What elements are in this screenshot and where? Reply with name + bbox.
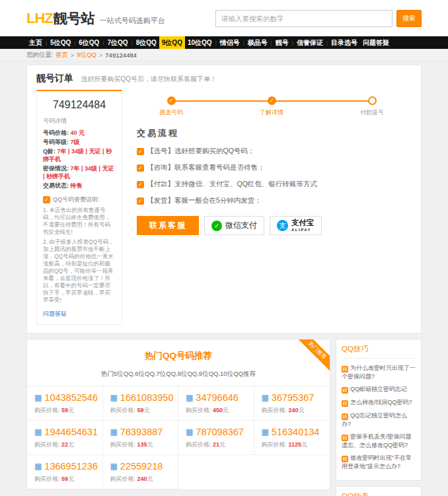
hot-number-link[interactable]: 1661083950 (120, 392, 174, 403)
nav-separator: | (74, 40, 75, 46)
breadcrumb-home-link[interactable]: 首页 (56, 51, 68, 59)
price-value: 59 (137, 407, 144, 413)
number-detail-panel: 749124484 号码详情 号码价格: 40 元 号码等级: 7级 Q龄: 7… (36, 90, 122, 325)
keypad-icon: ▦ (186, 393, 193, 402)
detail-value-text: 7级 (71, 139, 80, 145)
tip-link[interactable]: QQ忘记独立密码怎么办? (342, 412, 407, 427)
hot-number-card[interactable]: ▦22559218 购买价格: 240元 (103, 455, 179, 489)
hot-number-card[interactable]: ▦36795367 购买价格: 240元 (254, 386, 330, 421)
process-item-select: ✓【选号】选好想要购买的QQ号码； (137, 147, 405, 156)
tip-item: 靓QQ邮箱独立密码忘记 (342, 385, 416, 394)
price-value: 1125 (289, 441, 302, 448)
search-input[interactable] (215, 10, 392, 27)
hot-number-link[interactable]: 516340134 (272, 427, 320, 437)
nav-separator: | (326, 40, 328, 46)
hot-number-card[interactable]: ▦1944654631 购买价格: 22元 (27, 421, 103, 455)
step-label: 付款提号 (360, 108, 384, 117)
process-item-ship: ✓【发货】客服一般会在5分钟内发货； (137, 196, 405, 205)
hot-number-card[interactable]: ▦1043852546 购买价格: 59元 (27, 386, 103, 421)
hot-number-link[interactable]: 787098367 (196, 427, 244, 437)
breadcrumb-category-link[interactable]: 9位QQ (77, 51, 96, 59)
price-unit: 元 (144, 407, 150, 413)
hot-grid: ▦1043852546 购买价格: 59元 ▦1661083950 购买价格: … (27, 386, 330, 489)
hot-number-card[interactable]: ▦516340134 购买价格: 1125元 (254, 421, 330, 455)
nav-item-catalog[interactable]: 目录选号 (328, 36, 360, 49)
nav-item-7qq[interactable]: 7位QQ (104, 36, 130, 49)
contact-service-button[interactable]: 联系客服 (137, 216, 199, 235)
wechat-pay-button[interactable]: ✓ 微信支付 (204, 216, 264, 235)
hot-number-card[interactable]: ▦787098367 购买价格: 21元 (178, 421, 254, 455)
nav-separator: | (46, 40, 47, 46)
detail-label-text: 密保情况: (43, 165, 69, 172)
nav-item-premium[interactable]: 极品号 (245, 36, 270, 49)
process-text: 【付款】支持微信、支付宝、QQ红包、银行转账等方式 (147, 180, 317, 189)
price-unit: 元 (147, 441, 153, 448)
search-bar: 搜索 (215, 10, 422, 27)
tip-item: 靓为什么改密时只出现了一个密保问题? (342, 364, 416, 380)
search-button[interactable]: 搜索 (396, 10, 422, 27)
notice-title-text: QQ号码资费说明: (53, 195, 100, 204)
site-logo[interactable]: LHZ 靓号站 一站式号码选购平台 (26, 9, 165, 28)
hot-number-link[interactable]: 36795367 (272, 392, 315, 403)
nav-item-faq[interactable]: 问题答疑 (360, 36, 392, 49)
nav-item-5qq[interactable]: 5位QQ (48, 36, 73, 49)
check-icon: ✓ (43, 196, 50, 203)
tip-link[interactable]: 怎么样改/找回QQ密码? (350, 399, 412, 406)
hot-number-link[interactable]: 34796646 (196, 392, 239, 403)
check-icon: ✓ (137, 164, 144, 172)
price-label: 购买价格: (186, 441, 211, 448)
step-view-details: ✓ 了解详情 (256, 96, 287, 117)
nav-item-8qq[interactable]: 8位QQ (133, 36, 159, 49)
logo-name: 靓号站 (54, 9, 95, 28)
price-value: 450 (213, 407, 223, 413)
keypad-icon: ▦ (110, 393, 118, 402)
breadcrumb-prefix: 您的位置: (26, 51, 54, 59)
nav-item-home[interactable]: 主页 (26, 36, 45, 49)
news-title: QQ动态 (342, 491, 416, 496)
hot-numbers-section: 热门推荐 热门QQ号码推荐 热门5位QQ,6位QQ,7位QQ,8位QQ,9位QQ… (26, 339, 330, 490)
step-done-icon: ✓ (167, 96, 176, 105)
nav-separator: | (131, 40, 133, 46)
nav-item-10qq[interactable]: 10位QQ (185, 36, 215, 49)
check-icon: ✓ (137, 148, 144, 155)
hot-number-link[interactable]: 22559218 (120, 461, 163, 472)
sidebar: QQ技巧 靓为什么改密时只出现了一个密保问题? 靓QQ邮箱独立密码忘记 靓怎么样… (336, 339, 422, 496)
faq-link[interactable]: 问题答疑 (43, 310, 67, 318)
tip-item: 靓怎么样改/找回QQ密码? (342, 398, 416, 407)
main-nav: 主页 | 5位QQ | 6位QQ | 7位QQ | 8位QQ 9位QQ 10位Q… (0, 36, 448, 49)
nav-item-liang[interactable]: 靓号 (273, 36, 291, 49)
liang-badge-icon: 靓 (342, 387, 348, 394)
step-label: 挑选号码 (159, 108, 183, 117)
hot-number-link[interactable]: 1366951236 (44, 461, 98, 472)
hot-number-card[interactable]: ▦1661083950 购买价格: 59元 (103, 386, 179, 421)
hot-number-card[interactable]: ▦1366951236 购买价格: 59元 (27, 455, 103, 489)
price-label: 购买价格: (34, 441, 60, 448)
liang-badge-icon: 靓 (342, 400, 348, 407)
hot-number-link[interactable]: 78393887 (120, 427, 163, 437)
hot-number-card[interactable]: ▦78393887 购买价格: 135元 (103, 421, 179, 455)
tip-link[interactable]: 修改密码时出现“不在常用登录地”提示怎么办? (342, 454, 412, 470)
tips-title: QQ技巧 (342, 344, 416, 359)
nav-item-9qq[interactable]: 9位QQ (159, 36, 185, 49)
hot-number-card[interactable]: ▦34796646 购买价格: 450元 (178, 386, 254, 421)
notice-item: 2. 由于很多人投资QQ号码，加上腾讯的股票市值不断上涨，QQ号码的价格也一直水… (43, 238, 116, 304)
hot-title: 热门QQ号码推荐 (27, 350, 330, 362)
check-icon: ✓ (137, 181, 144, 188)
alipay-sublabel: ALIPAY (291, 228, 311, 232)
keypad-icon: ▦ (34, 393, 42, 402)
nav-item-couple[interactable]: 情侣号 (217, 36, 243, 49)
detail-label-text: 号码价格: (43, 129, 69, 136)
price-value: 240 (289, 407, 299, 413)
nav-item-credit[interactable]: 信誉保证 (294, 36, 326, 49)
alipay-button[interactable]: 支 支付宝 ALIPAY (270, 216, 322, 235)
hot-number-link[interactable]: 1043852546 (44, 392, 98, 403)
process-text: 【发货】客服一般会在5分钟内发货； (147, 196, 262, 205)
tip-link[interactable]: 密保手机丢失/密保问题遗忘、怎么修改QQ密码? (342, 433, 412, 448)
nav-separator: | (102, 40, 104, 46)
keypad-icon: ▦ (110, 427, 118, 437)
nav-item-6qq[interactable]: 6位QQ (76, 36, 102, 49)
tip-link[interactable]: 为什么改密时只出现了一个密保问题? (342, 365, 416, 380)
tip-link[interactable]: QQ邮箱独立密码忘记 (350, 386, 407, 392)
price-unit: 元 (147, 476, 153, 482)
hot-number-link[interactable]: 1944654631 (44, 427, 98, 437)
